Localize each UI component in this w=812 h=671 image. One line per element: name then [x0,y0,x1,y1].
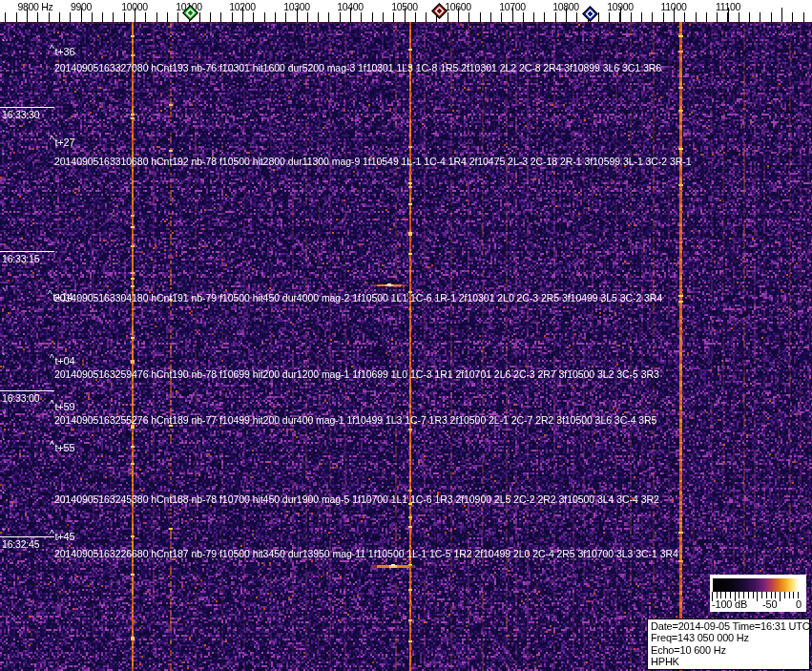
row-tick-mark: ` [2,132,6,137]
freq-tick-label: 10200 [229,1,256,12]
freq-tick-label: 10000 [121,1,148,12]
freq-tick-label: 10500 [391,1,418,12]
info-line: Echo=10 600 Hz [651,644,809,656]
event-label-text: t+59 [55,401,75,412]
echo-data-line: 20140905163327080 hCnt193 nb-76 f10301 h… [54,62,661,73]
db-color-scale: -100 dB-500 [710,575,806,612]
event-marker-label: ^t+45 [50,531,74,542]
echo-data-line: 20140905163304180 hCnt191 nb-79 f10500 h… [54,292,662,304]
echo-data-line: 20140905163226680 hCnt187 nb-79 f10500 h… [54,548,678,559]
event-caret-icon: ^ [48,289,52,300]
freq-tick-label: 11000 [661,1,687,12]
row-tick-mark: ` [2,531,6,536]
event-marker-label: ^t+04 [50,355,74,367]
row-tick-mark: ` [2,367,6,373]
event-marker-label: ^t+27 [50,136,74,148]
time-tick-line [0,251,54,252]
time-label: 16:33:30 [0,107,54,120]
event-label-text: t+27 [55,136,75,148]
time-label-text: 16:33:00 [0,392,54,404]
db-scale-label: -50 [762,598,777,610]
color-gradient-bar [713,578,801,592]
time-label: 16:33:15 [0,251,54,264]
freq-tick-label: 10800 [552,1,579,12]
time-tick-line [0,536,54,537]
event-marker-label: ^t+36 [50,46,74,57]
event-marker-label: ^t+55 [50,442,74,453]
row-tick-mark: ` [2,413,6,419]
echo-data-line: 20140905163259476 hCnt190 nb-78 f10699 h… [54,368,659,380]
time-tick-line [0,107,54,108]
row-tick-mark: ` [2,355,6,361]
event-label-text: t+04 [55,355,75,367]
green-diamond-marker[interactable] [182,5,198,21]
row-tick-mark: ` [2,41,6,47]
row-tick-mark: ` [2,493,6,499]
row-tick-mark: ` [2,289,6,295]
time-tick-line [0,390,54,391]
event-label-text: t+45 [55,531,75,542]
echo-data-line: 20140905163255276 hCnt189 nb-77 f10499 h… [54,414,656,426]
event-caret-icon: ^ [50,135,54,145]
event-label-text: t+36 [55,46,75,57]
time-label: 16:32:45 [0,536,54,550]
freq-tick-label: 10900 [607,1,634,12]
info-line: Freq=143 050 000 Hz [651,632,809,643]
event-caret-icon: ^ [50,44,54,54]
station-info-box: Date=2014-09-05 Time=16:31 UTCFreq=143 0… [647,619,810,670]
info-line: Date=2014-09-05 Time=16:31 UTC [651,620,809,632]
time-label: 16:33:00 [0,390,54,404]
red-diamond-marker[interactable] [431,3,448,19]
row-tick-mark: ` [2,440,6,446]
freq-tick-label: 11100 [716,1,740,12]
freq-tick-label: 10400 [337,1,364,12]
event-label-text: t+55 [55,442,75,453]
event-caret-icon: ^ [50,440,54,451]
info-line: HPHK [651,656,809,667]
row-tick-mark: ` [2,63,6,69]
db-scale-label: 0 [796,598,802,610]
freq-tick-label: 10600 [445,1,471,12]
time-label-text: 16:33:15 [0,253,54,264]
freq-tick-label: 9900 [71,1,92,12]
echo-data-line: 20140905163310680 hCnt192 nb-78 f10500 h… [54,156,692,167]
db-scale-label: -100 dB [712,598,747,610]
time-label-text: 16:33:30 [0,109,54,120]
spectrogram-canvas [0,0,812,671]
freq-tick-label: 9800 Hz [17,1,52,12]
blue-diamond-marker[interactable] [582,6,598,22]
echo-data-line: 20140905163245380 hCnt188 nb-78 f10700 h… [54,493,659,505]
row-tick-mark: ` [2,547,6,553]
freq-tick-label: 10300 [283,1,310,12]
time-label-text: 16:32:45 [0,538,54,550]
waterfall-display-window: 9800 Hz990010000101001020010300104001050… [0,0,812,671]
freq-tick-label: 10700 [499,1,526,12]
event-marker-label: ^t+59 [50,401,74,412]
row-tick-mark: ` [2,155,6,160]
event-caret-icon: ^ [50,529,54,539]
event-caret-icon: ^ [50,399,54,409]
event-caret-icon: ^ [50,353,54,364]
